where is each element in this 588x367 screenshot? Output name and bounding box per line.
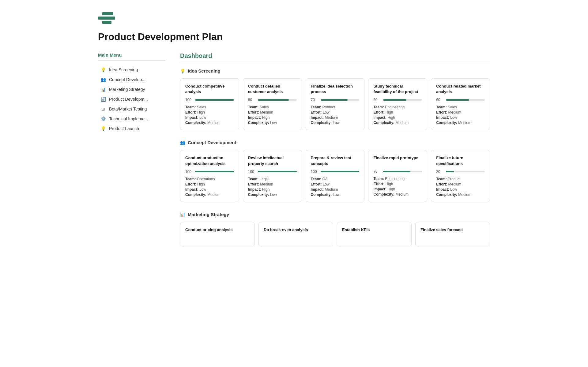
sidebar-nav: 💡 Idea Screening 👥 Concept Develop... 📊 … <box>98 66 165 133</box>
card-meta: Team: Legal Effort: Medium Impact: High … <box>248 177 297 197</box>
progress-number: 60 <box>373 98 381 102</box>
section-concept-development: 👥 Concept Development Conduct production… <box>180 140 490 202</box>
progress-bar-bg <box>258 99 297 101</box>
meta-team: Team: Engineering <box>373 177 422 181</box>
meta-team: Team: QA <box>311 177 360 181</box>
progress-row: 80 <box>248 98 297 102</box>
sidebar-title: Main Menu <box>98 52 165 61</box>
card: Finalize future specifications 20 Team: … <box>431 150 490 202</box>
progress-bar-bg <box>383 171 422 172</box>
card-meta: Team: Sales Effort: Medium Impact: High … <box>248 105 297 125</box>
sidebar-item-idea-screening[interactable]: 💡 Idea Screening <box>98 66 165 74</box>
main-content: Dashboard 💡 Idea Screening Conduct compe… <box>180 52 490 256</box>
meta-impact: Impact: Low <box>185 115 234 120</box>
section-title-idea-screening: Idea Screening <box>188 68 221 73</box>
card-title: Conduct related market analysis <box>436 84 485 95</box>
progress-number: 100 <box>185 170 193 174</box>
meta-team: Team: Product <box>436 177 485 181</box>
progress-number: 70 <box>311 98 318 102</box>
meta-team: Team: Legal <box>248 177 297 181</box>
meta-complexity: Complexity: Medium <box>373 192 422 197</box>
meta-complexity: Complexity: Medium <box>185 193 234 197</box>
logo-bar-3 <box>102 21 111 24</box>
card: Finalize rapid prototype 70 Team: Engine… <box>368 150 427 202</box>
logo-bars <box>98 12 116 24</box>
sidebar-item-product-launch[interactable]: 💡 Product Launch <box>98 124 165 133</box>
progress-bar-fill <box>383 171 410 172</box>
progress-number: 100 <box>248 170 255 174</box>
card-meta: Team: Sales Effort: High Impact: Low Com… <box>185 105 234 125</box>
sidebar-item-concept-develop[interactable]: 👥 Concept Develop... <box>98 75 165 84</box>
meta-impact: Impact: Medium <box>311 115 360 120</box>
card-title: Finalize rapid prototype <box>373 155 422 166</box>
section-marketing-strategy: 📊 Marketing Strategy Conduct pricing ana… <box>180 212 490 246</box>
progress-bar-fill <box>195 99 234 101</box>
meta-team: Team: Operations <box>185 177 234 181</box>
sidebar-item-product-develop[interactable]: 🔄 Product Developm... <box>98 95 165 103</box>
progress-bar-fill <box>446 171 454 172</box>
meta-team: Team: Sales <box>185 105 234 109</box>
card: Conduct detailed customer analysis 80 Te… <box>243 78 302 130</box>
card-meta: Team: QA Effort: Low Impact: Medium Comp… <box>311 177 360 197</box>
card-title: Prepare & review test concepts <box>311 155 360 166</box>
sidebar-item-marketing-strategy[interactable]: 📊 Marketing Strategy <box>98 85 165 94</box>
progress-bar-bg <box>195 99 234 101</box>
section-title-marketing-strategy: Marketing Strategy <box>188 212 229 217</box>
logo-bar-1 <box>102 12 113 15</box>
meta-effort: Effort: Medium <box>248 110 297 114</box>
progress-bar-bg <box>383 99 422 101</box>
progress-row: 60 <box>436 98 485 102</box>
progress-row: 100 <box>185 98 234 102</box>
meta-impact: Impact: High <box>373 187 422 191</box>
card: Conduct production optimization analysis… <box>180 150 239 202</box>
progress-bar-fill <box>446 99 469 101</box>
card-title: Finalize idea selection process <box>311 84 360 95</box>
card-meta: Team: Sales Effort: Medium Impact: Low C… <box>436 105 485 125</box>
sidebar-item-beta-testing[interactable]: ⊞ Beta/Market Testing <box>98 105 165 113</box>
progress-number: 100 <box>185 98 193 102</box>
card-meta: Team: Product Effort: Low Impact: Medium… <box>311 105 360 125</box>
meta-complexity: Complexity: Low <box>311 121 360 125</box>
progress-row: 20 <box>436 170 485 174</box>
meta-impact: Impact: Medium <box>311 187 360 192</box>
meta-effort: Effort: Low <box>311 110 360 114</box>
sidebar-icon-beta-testing: ⊞ <box>100 107 106 111</box>
card-title: Conduct production optimization analysis <box>185 155 234 166</box>
card: Conduct related market analysis 60 Team:… <box>431 78 490 130</box>
progress-bar-fill <box>321 171 360 172</box>
sidebar-label-product-launch: Product Launch <box>109 126 139 131</box>
card: Prepare & review test concepts 100 Team:… <box>306 150 365 202</box>
sidebar-icon-concept-develop: 👥 <box>100 77 106 82</box>
card: Establish KPIs <box>337 222 412 246</box>
meta-complexity: Complexity: Low <box>311 193 360 197</box>
progress-row: 100 <box>248 170 297 174</box>
section-icon-marketing-strategy: 📊 <box>180 212 185 217</box>
meta-impact: Impact: High <box>373 115 422 120</box>
section-header-concept-development: 👥 Concept Development <box>180 140 490 145</box>
sidebar-label-product-develop: Product Developm... <box>109 97 148 102</box>
meta-effort: Effort: High <box>373 182 422 186</box>
card-meta: Team: Engineering Effort: High Impact: H… <box>373 105 422 125</box>
section-title-concept-development: Concept Development <box>188 140 236 145</box>
progress-bar-bg <box>321 99 360 101</box>
meta-effort: Effort: Low <box>311 182 360 186</box>
progress-row: 70 <box>311 98 360 102</box>
section-header-marketing-strategy: 📊 Marketing Strategy <box>180 212 490 217</box>
progress-bar-bg <box>258 171 297 172</box>
meta-effort: Effort: High <box>373 110 422 114</box>
section-icon-idea-screening: 💡 <box>180 69 185 73</box>
progress-row: 100 <box>311 170 360 174</box>
card: Conduct pricing analysis <box>180 222 255 246</box>
section-icon-concept-development: 👥 <box>180 140 185 145</box>
progress-bar-bg <box>446 99 485 101</box>
sidebar-item-technical-impleme[interactable]: ⚙️ Technical Impleme... <box>98 114 165 123</box>
card-meta: Team: Operations Effort: High Impact: Lo… <box>185 177 234 197</box>
dashboard-title: Dashboard <box>180 52 490 63</box>
card: Study technical feasibility of the proje… <box>368 78 427 130</box>
cards-grid-concept-development: Conduct production optimization analysis… <box>180 150 490 202</box>
meta-complexity: Complexity: Low <box>248 193 297 197</box>
meta-effort: Effort: Medium <box>248 182 297 186</box>
progress-row: 60 <box>373 98 422 102</box>
card: Do break-even analysis <box>258 222 333 246</box>
meta-team: Team: Sales <box>436 105 485 109</box>
